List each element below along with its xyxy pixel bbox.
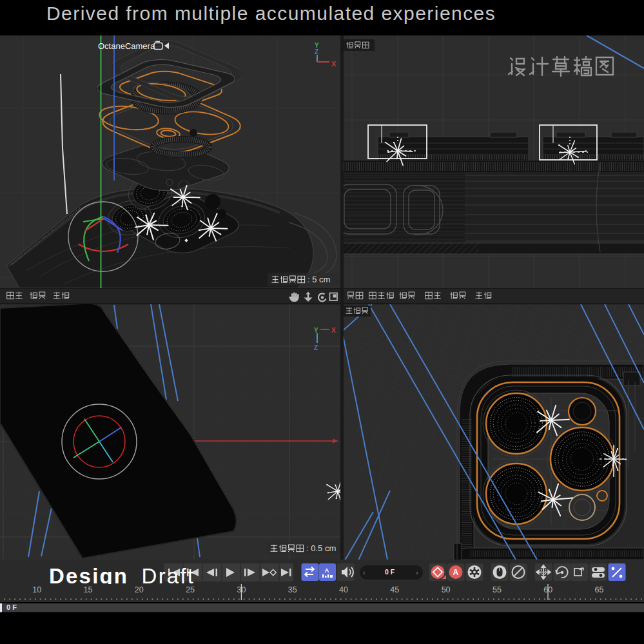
svg-text:40: 40 [339, 585, 348, 594]
svg-text:65: 65 [595, 585, 604, 594]
svg-text:OctaneCamera: OctaneCamera [98, 41, 155, 51]
svg-text:‹: ‹ [363, 569, 366, 576]
svg-text:A: A [453, 568, 459, 577]
svg-text:25: 25 [186, 585, 195, 594]
svg-text:0 F: 0 F [385, 568, 395, 576]
svg-text:20: 20 [135, 585, 144, 594]
svg-text:45: 45 [390, 585, 399, 594]
svg-text:: 0.5 cm: : 0.5 cm [306, 543, 336, 553]
svg-text:›: › [416, 569, 418, 576]
svg-text:10: 10 [32, 585, 41, 594]
svg-text:Z: Z [315, 48, 318, 55]
svg-text:X: X [331, 60, 337, 68]
svg-text:Y: Y [314, 327, 318, 334]
svg-text:: 5 cm: : 5 cm [307, 275, 330, 284]
svg-text:Z: Z [314, 344, 318, 351]
svg-text:55: 55 [493, 585, 502, 594]
svg-text:50: 50 [442, 585, 451, 594]
svg-text:0 F: 0 F [6, 603, 17, 611]
svg-text:35: 35 [288, 585, 297, 594]
svg-text:15: 15 [84, 585, 93, 594]
svg-text:X: X [331, 327, 336, 334]
svg-text:A: A [325, 567, 329, 574]
svg-text:Derived from multiple accumula: Derived from multiple accumulated experi… [46, 3, 496, 24]
